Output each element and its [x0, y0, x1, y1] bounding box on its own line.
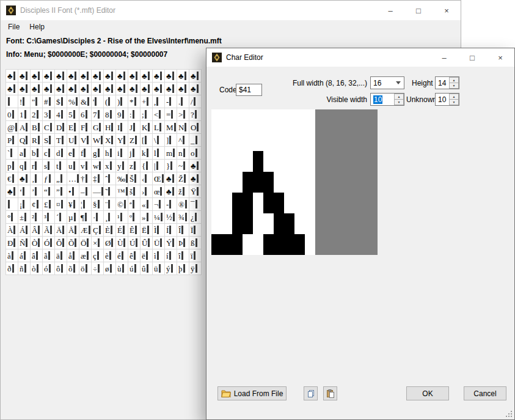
pixel[interactable] — [357, 120, 367, 130]
char-cell[interactable]: N — [177, 121, 189, 134]
pixel[interactable] — [263, 141, 274, 151]
pixel[interactable] — [357, 109, 367, 120]
pixel[interactable] — [346, 172, 357, 182]
pixel[interactable] — [211, 203, 222, 213]
spin-down-icon[interactable]: ▼ — [394, 100, 404, 105]
char-cell[interactable]: ♣ — [67, 83, 79, 95]
char-cell[interactable]: ♣ — [104, 83, 116, 95]
char-cell[interactable]: J — [128, 121, 141, 134]
pixel[interactable] — [243, 141, 253, 151]
pixel[interactable] — [263, 120, 274, 130]
char-cell[interactable]: L — [153, 121, 165, 134]
pixel[interactable] — [211, 151, 222, 161]
pixel[interactable] — [336, 151, 346, 161]
char-cell[interactable]: ♣ — [165, 83, 177, 95]
char-cell[interactable]: Ò — [31, 237, 43, 249]
char-cell[interactable]: Â — [31, 224, 43, 237]
pixel[interactable] — [346, 224, 357, 234]
pixel[interactable] — [326, 141, 336, 151]
char-cell[interactable]: ƒ — [43, 172, 55, 185]
pixel[interactable] — [232, 120, 243, 130]
pixel[interactable] — [284, 224, 294, 234]
pixel[interactable] — [294, 193, 305, 203]
pixel[interactable] — [367, 151, 378, 161]
char-cell[interactable]: º — [128, 211, 141, 224]
pixel[interactable] — [243, 234, 253, 245]
char-cell[interactable]: " — [31, 95, 43, 108]
pixel[interactable] — [367, 109, 378, 120]
pixel[interactable] — [315, 141, 326, 151]
pixel[interactable] — [357, 193, 367, 203]
char-cell[interactable]: ‡ — [92, 172, 104, 185]
pixel[interactable] — [274, 203, 284, 213]
pixel[interactable] — [336, 203, 346, 213]
pixel[interactable] — [315, 203, 326, 213]
pixel[interactable] — [326, 245, 336, 255]
char-cell[interactable]: > — [177, 108, 189, 121]
pixel[interactable] — [336, 109, 346, 120]
pixel[interactable] — [253, 161, 263, 172]
char-cell[interactable]: K — [141, 121, 153, 134]
char-cell[interactable]: v — [79, 160, 92, 172]
char-cell[interactable]: W — [92, 134, 104, 147]
pixel[interactable] — [274, 224, 284, 234]
pixel[interactable] — [357, 213, 367, 224]
pixel[interactable] — [367, 203, 378, 213]
char-cell[interactable]: D — [55, 121, 67, 134]
pixel[interactable] — [294, 161, 305, 172]
char-cell[interactable]: ¼ — [153, 211, 165, 224]
pixel[interactable] — [357, 182, 367, 193]
pixel[interactable] — [315, 151, 326, 161]
pixel[interactable] — [263, 109, 274, 120]
char-cell[interactable]: ä — [55, 249, 67, 262]
char-cell[interactable]: › — [141, 185, 153, 198]
pixel[interactable] — [232, 151, 243, 161]
copy-button[interactable] — [304, 386, 318, 400]
char-cell[interactable]: a — [18, 147, 31, 160]
pixel[interactable] — [253, 182, 263, 193]
char-cell[interactable]: … — [67, 172, 79, 185]
pixel[interactable] — [253, 193, 263, 203]
char-cell[interactable]: ˆ — [104, 172, 116, 185]
pixel[interactable] — [326, 109, 336, 120]
char-cell[interactable]: Å — [67, 224, 79, 237]
char-cell[interactable]: ª — [128, 198, 141, 211]
char-cell[interactable]: o — [189, 147, 202, 160]
char-cell[interactable]: F — [79, 121, 92, 134]
char-cell[interactable]: ♣ — [92, 83, 104, 95]
char-cell[interactable]: Ÿ — [189, 185, 202, 198]
char-cell[interactable]: , — [153, 95, 165, 108]
pixel[interactable] — [357, 234, 367, 245]
char-cell[interactable]: ™ — [116, 185, 128, 198]
pixel[interactable] — [222, 141, 232, 151]
char-cell[interactable]: ♣ — [6, 83, 18, 95]
char-cell[interactable]: M — [165, 121, 177, 134]
char-cell[interactable]: ³ — [43, 211, 55, 224]
char-cell[interactable]: ♣ — [116, 83, 128, 95]
pixel[interactable] — [222, 120, 232, 130]
char-cell[interactable]: ♣ — [6, 185, 18, 198]
char-cell[interactable]: Y — [116, 134, 128, 147]
pixel[interactable] — [232, 141, 243, 151]
pixel[interactable] — [211, 130, 222, 141]
char-cell[interactable]: V — [79, 134, 92, 147]
pixel[interactable] — [263, 193, 274, 203]
char-cell[interactable]: ² — [31, 211, 43, 224]
char-cell[interactable]: ] — [165, 134, 177, 147]
char-cell[interactable]: ♣ — [128, 70, 141, 83]
char-cell[interactable]: – — [79, 185, 92, 198]
pixel[interactable] — [211, 141, 222, 151]
pixel[interactable] — [274, 245, 284, 255]
char-cell[interactable]: ´ — [55, 211, 67, 224]
char-cell[interactable]: G — [92, 121, 104, 134]
pixel[interactable] — [346, 130, 357, 141]
char-cell[interactable]: ü — [153, 262, 165, 275]
pixel[interactable] — [222, 203, 232, 213]
char-cell[interactable]: 8 — [104, 108, 116, 121]
pixel[interactable] — [253, 213, 263, 224]
char-cell[interactable]: “ — [43, 185, 55, 198]
char-cell[interactable]: ♣ — [141, 83, 153, 95]
char-cell[interactable]: µ — [67, 211, 79, 224]
char-cell[interactable]: ; — [141, 108, 153, 121]
pixel[interactable] — [263, 234, 274, 245]
